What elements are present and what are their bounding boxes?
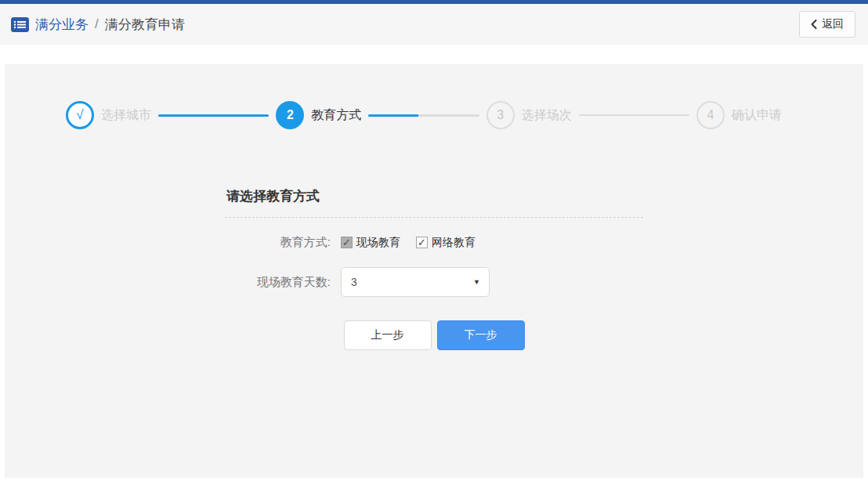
step-label: 选择场次 — [522, 107, 572, 124]
education-method-row: 教育方式: ✓ 现场教育 ✓ 网络教育 — [225, 235, 643, 250]
checkbox-label: 现场教育 — [356, 236, 400, 250]
education-method-form: 请选择教育方式 教育方式: ✓ 现场教育 ✓ 网络教育 现场教育天数: 3 — [225, 187, 643, 350]
page-header: 满分业务 / 满分教育申请 返回 — [0, 4, 868, 45]
previous-step-button[interactable]: 上一步 — [344, 320, 432, 350]
wizard-step-confirm-application: 4 确认申请 — [696, 101, 782, 129]
checkbox-online-education[interactable]: ✓ 网络教育 — [416, 236, 476, 250]
step-done-check-icon: √ — [66, 101, 94, 129]
step-label: 选择城市 — [101, 107, 151, 124]
step-label: 确认申请 — [732, 107, 782, 124]
step-number: 3 — [486, 101, 515, 129]
main-panel: √ 选择城市 2 教育方式 3 选择场次 4 确认申请 请选择教育方式 教育方式… — [5, 64, 863, 478]
breadcrumb: 满分业务 / 满分教育申请 — [11, 16, 185, 34]
wizard-step-select-session: 3 选择场次 — [486, 101, 572, 129]
onsite-days-label: 现场教育天数: — [225, 275, 331, 290]
form-title: 请选择教育方式 — [225, 187, 643, 205]
step-connector — [368, 114, 479, 117]
dashed-divider — [225, 217, 643, 218]
step-wizard: √ 选择城市 2 教育方式 3 选择场次 4 确认申请 — [5, 64, 863, 129]
onsite-days-select[interactable]: 3 — [341, 267, 490, 297]
step-number: 4 — [696, 101, 725, 129]
education-method-label: 教育方式: — [225, 235, 331, 250]
breadcrumb-page: 满分教育申请 — [105, 16, 185, 34]
checkbox-checked-disabled-icon: ✓ — [341, 237, 353, 248]
next-step-button[interactable]: 下一步 — [437, 320, 525, 350]
back-button-label: 返回 — [822, 17, 844, 31]
step-number: 2 — [276, 101, 304, 129]
step-connector — [579, 114, 689, 116]
checkbox-label: 网络教育 — [432, 236, 476, 250]
wizard-step-education-method: 2 教育方式 — [276, 101, 361, 129]
checkbox-checked-icon: ✓ — [416, 237, 428, 248]
onsite-days-row: 现场教育天数: 3 ▼ — [225, 267, 643, 297]
step-connector — [158, 114, 269, 117]
chevron-left-icon — [811, 20, 817, 29]
list-icon — [11, 17, 29, 32]
checkbox-onsite-education[interactable]: ✓ 现场教育 — [341, 236, 400, 250]
form-actions: 上一步 下一步 — [225, 320, 643, 350]
back-button[interactable]: 返回 — [799, 11, 855, 38]
onsite-days-select-wrap: 3 ▼ — [341, 267, 490, 297]
breadcrumb-section[interactable]: 满分业务 — [35, 16, 89, 34]
step-label: 教育方式 — [311, 107, 361, 124]
wizard-step-select-city: √ 选择城市 — [66, 101, 151, 129]
breadcrumb-separator: / — [95, 16, 99, 32]
